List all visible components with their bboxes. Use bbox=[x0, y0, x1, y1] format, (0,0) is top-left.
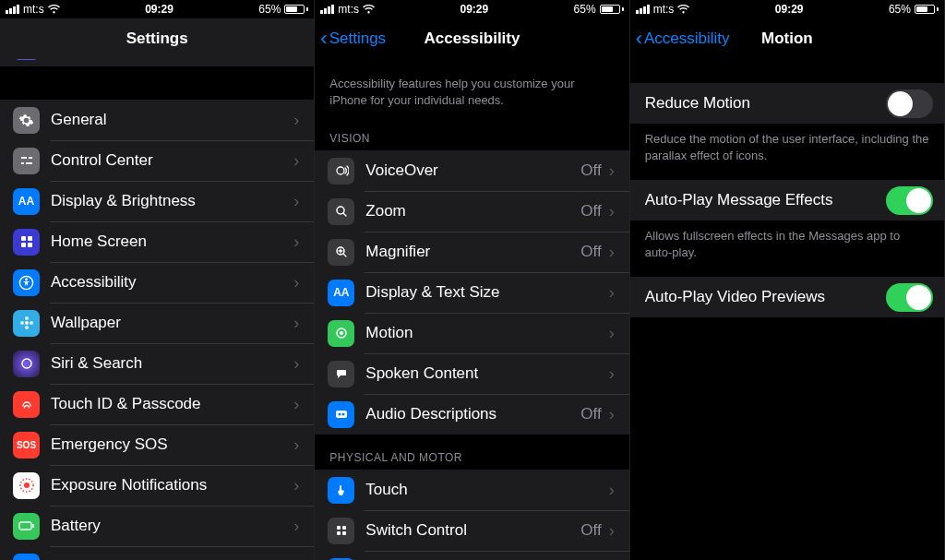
row-voice-control[interactable]: Voice Control Off › bbox=[315, 551, 628, 560]
row-spoken-content[interactable]: Spoken Content › bbox=[315, 353, 628, 394]
svg-point-16 bbox=[337, 167, 344, 174]
row-label: Spoken Content bbox=[365, 364, 608, 383]
svg-rect-14 bbox=[19, 522, 31, 530]
row-value: Off bbox=[580, 202, 601, 220]
chevron-right-icon: › bbox=[293, 314, 299, 333]
screen-motion: mt:s 09:29 65% ‹ Accessibility Motion Re… bbox=[630, 0, 945, 560]
svg-point-7 bbox=[25, 316, 29, 320]
row-autoplay-video[interactable]: Auto-Play Video Previews bbox=[630, 277, 944, 317]
settings-row-wallpaper[interactable]: Wallpaper › bbox=[0, 303, 314, 343]
wifi-icon bbox=[48, 5, 60, 14]
chevron-right-icon: › bbox=[609, 324, 615, 343]
settings-row-touchid[interactable]: Touch ID & Passcode › bbox=[0, 384, 314, 424]
settings-row-siri[interactable]: Siri & Search › bbox=[0, 343, 314, 384]
row-label: Auto-Play Message Effects bbox=[645, 191, 886, 209]
content-settings[interactable]: Screen Time › General › Control Center › bbox=[0, 59, 314, 560]
back-button[interactable]: ‹ Settings bbox=[315, 29, 386, 49]
svg-rect-21 bbox=[336, 411, 347, 418]
signal-icon bbox=[636, 5, 650, 14]
battery-pct: 65% bbox=[574, 3, 596, 16]
status-bar: mt:s 09:29 65% bbox=[315, 0, 628, 18]
back-button[interactable]: ‹ Accessibility bbox=[630, 29, 730, 49]
chevron-right-icon: › bbox=[609, 364, 615, 384]
back-label: Accessibility bbox=[644, 30, 730, 48]
svg-rect-26 bbox=[337, 531, 341, 535]
app-grid-icon bbox=[13, 229, 40, 256]
hourglass-icon bbox=[13, 59, 40, 60]
row-label: Magnifier bbox=[365, 243, 580, 261]
chevron-right-icon: › bbox=[609, 481, 615, 500]
chevron-right-icon: › bbox=[293, 111, 299, 130]
chevron-right-icon: › bbox=[609, 283, 615, 303]
svg-point-11 bbox=[22, 359, 31, 368]
row-reduce-motion[interactable]: Reduce Motion bbox=[630, 83, 944, 124]
voiceover-icon bbox=[328, 158, 354, 185]
settings-row-display-brightness[interactable]: AA Display & Brightness › bbox=[0, 181, 314, 221]
back-label: Settings bbox=[329, 30, 386, 48]
clock: 09:29 bbox=[775, 3, 804, 16]
svg-point-23 bbox=[341, 413, 344, 416]
content-accessibility[interactable]: Accessibility features help you customiz… bbox=[315, 59, 628, 560]
content-motion[interactable]: Reduce Motion Reduce the motion of the u… bbox=[630, 59, 944, 560]
toggle-autoplay-video[interactable] bbox=[886, 283, 933, 312]
settings-row-general[interactable]: General › bbox=[0, 100, 314, 140]
exposure-icon bbox=[13, 472, 40, 499]
chevron-right-icon: › bbox=[609, 243, 615, 262]
chevron-right-icon: › bbox=[293, 395, 299, 414]
audio-desc-icon bbox=[328, 401, 354, 428]
accessibility-icon bbox=[13, 269, 40, 296]
row-label: Emergency SOS bbox=[51, 435, 293, 454]
svg-rect-15 bbox=[32, 524, 34, 528]
settings-row-sos[interactable]: SOS Emergency SOS › bbox=[0, 424, 314, 465]
battery-icon bbox=[915, 5, 939, 14]
svg-rect-25 bbox=[342, 526, 346, 530]
row-label: Siri & Search bbox=[51, 354, 293, 373]
svg-rect-27 bbox=[342, 531, 346, 535]
flower-icon bbox=[13, 310, 40, 337]
row-label: Motion bbox=[365, 324, 608, 342]
row-autoplay-message[interactable]: Auto-Play Message Effects bbox=[630, 180, 944, 220]
settings-row-control-center[interactable]: Control Center › bbox=[0, 140, 314, 181]
row-label: Reduce Motion bbox=[645, 94, 886, 113]
row-label: Home Screen bbox=[51, 232, 293, 251]
clock: 09:29 bbox=[460, 3, 488, 16]
toggle-autoplay-message[interactable] bbox=[886, 186, 933, 215]
row-motion[interactable]: Motion › bbox=[315, 313, 628, 353]
battery-icon bbox=[13, 513, 40, 540]
settings-row-privacy[interactable]: Privacy › bbox=[0, 546, 314, 560]
row-zoom[interactable]: Zoom Off › bbox=[315, 191, 628, 232]
row-value: Off bbox=[580, 161, 601, 180]
row-magnifier[interactable]: Magnifier Off › bbox=[315, 232, 628, 272]
row-label: Switch Control bbox=[365, 521, 580, 540]
row-label: General bbox=[51, 111, 293, 129]
settings-row-home-screen[interactable]: Home Screen › bbox=[0, 221, 314, 262]
chevron-right-icon: › bbox=[293, 232, 299, 252]
svg-point-8 bbox=[25, 326, 29, 329]
row-label: Battery bbox=[51, 517, 293, 535]
wifi-icon bbox=[363, 5, 375, 14]
intro-text: Accessibility features help you customiz… bbox=[315, 59, 628, 115]
settings-row-exposure[interactable]: Exposure Notifications › bbox=[0, 465, 314, 506]
row-label: Auto-Play Video Previews bbox=[645, 288, 886, 306]
toggle-reduce-motion[interactable] bbox=[886, 89, 933, 118]
chevron-right-icon: › bbox=[293, 151, 299, 171]
chevron-right-icon: › bbox=[293, 192, 299, 211]
row-display-text-size[interactable]: AA Display & Text Size › bbox=[315, 272, 628, 313]
signal-icon bbox=[6, 5, 19, 14]
text-size-icon: AA bbox=[328, 280, 354, 306]
chevron-right-icon: › bbox=[293, 354, 299, 374]
settings-row-screen-time[interactable]: Screen Time › bbox=[0, 59, 314, 66]
row-switch-control[interactable]: Switch Control Off › bbox=[315, 510, 628, 551]
settings-row-accessibility[interactable]: Accessibility › bbox=[0, 262, 314, 303]
row-audio-descriptions[interactable]: Audio Descriptions Off › bbox=[315, 394, 628, 435]
speech-bubble-icon bbox=[328, 361, 354, 387]
magnifier-icon bbox=[328, 239, 354, 266]
row-voiceover[interactable]: VoiceOver Off › bbox=[315, 150, 628, 191]
section-header-physical: PHYSICAL AND MOTOR bbox=[315, 435, 628, 470]
row-touch[interactable]: Touch › bbox=[315, 470, 628, 510]
settings-row-battery[interactable]: Battery › bbox=[0, 506, 314, 546]
row-value: Off bbox=[580, 521, 601, 540]
zoom-icon bbox=[328, 198, 354, 225]
signal-icon bbox=[320, 5, 334, 14]
chevron-right-icon: › bbox=[293, 435, 299, 455]
